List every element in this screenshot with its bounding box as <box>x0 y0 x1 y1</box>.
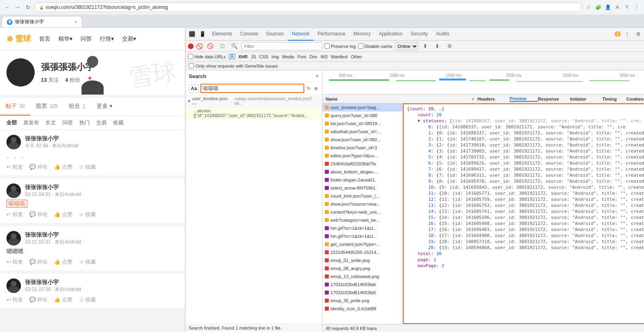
tab-application[interactable]: Application <box>375 28 407 41</box>
reload-button[interactable]: ↻ <box>24 3 32 11</box>
expand-icon[interactable]: ▾ <box>188 99 190 104</box>
menu-icon[interactable]: ⋮ <box>633 3 641 11</box>
req-list-item[interactable]: query.json?user_id=380 <box>322 111 402 120</box>
req-list-item[interactable]: emoji_08_angry.png <box>322 264 402 272</box>
inspect-element-button[interactable]: ⬛ <box>187 29 197 39</box>
like-action[interactable]: 👍 点赞 <box>54 211 72 218</box>
other-filter[interactable]: Other <box>351 54 362 59</box>
tab-performance[interactable]: Performance <box>314 28 349 41</box>
req-list-item[interactable]: select_arrow-8f4759b1. <box>322 184 402 192</box>
response-col[interactable]: Response <box>538 97 570 101</box>
network-filter-input[interactable] <box>242 42 322 50</box>
disable-cache-checkbox[interactable]: Disable cache <box>358 43 392 49</box>
tab-stocks[interactable]: 股票 105 <box>30 98 63 115</box>
headers-col[interactable]: Headers <box>477 97 510 101</box>
req-list-item[interactable]: identity_icon_6-b1dd98 <box>322 305 402 313</box>
user-avatar-icon[interactable]: Y <box>623 3 631 11</box>
profile-icon[interactable]: 👤 <box>604 3 612 11</box>
address-bar[interactable]: 🔒 xueqiu.com/u/3801921172?tdsourcetag=s_… <box>35 2 582 12</box>
tab-close-button[interactable]: × <box>74 20 77 24</box>
req-list-item[interactable]: timeline.json?user_id=3 <box>322 144 402 152</box>
nav-featured[interactable]: 精华▾ <box>58 35 72 43</box>
search-refresh-button[interactable]: ↻ <box>306 85 312 92</box>
img-filter[interactable]: Img <box>272 54 279 59</box>
tab-posts[interactable]: 帖子 30 <box>0 98 30 115</box>
req-list-item[interactable]: emoji_30_pride.png <box>322 297 402 305</box>
devtools-settings-button[interactable]: ⚙ <box>634 29 643 39</box>
req-list-item[interactable]: hm.gif?cc=1&ck=1&cl... <box>322 224 402 232</box>
xhr-filter[interactable]: XHR <box>238 54 248 59</box>
throttle-select[interactable]: Online <box>395 42 418 50</box>
font-filter[interactable]: Font <box>297 54 306 59</box>
export-button[interactable]: ⬇ <box>433 41 442 51</box>
repost-action[interactable]: ↩ 转发 <box>6 258 23 266</box>
comment-action[interactable]: 💬 评论 <box>29 163 48 171</box>
repost-action[interactable]: ↩ 转发 <box>6 296 23 303</box>
tab-console[interactable]: Console <box>236 28 262 41</box>
nav-qa[interactable]: 问答 <box>80 35 92 43</box>
subtab-collect[interactable]: 收藏 <box>113 116 124 130</box>
req-list-item[interactable]: emoji_13_coldsweat.png <box>322 272 402 280</box>
close-detail-button[interactable]: × <box>405 97 477 101</box>
timing-col[interactable]: Timing <box>602 97 626 101</box>
device-toggle-button[interactable]: 📱 <box>198 29 207 39</box>
req-list-item[interactable]: about_bottom_slogan-... <box>322 168 402 176</box>
req-list-item[interactable]: list.json?user_id=38019... <box>322 120 402 128</box>
comment-action[interactable]: 💬 评论 <box>29 211 48 218</box>
clear-button[interactable]: 🚫 <box>205 41 215 51</box>
nav-trade[interactable]: 交易▾ <box>122 35 136 43</box>
search-clear-button[interactable]: ⊗ <box>313 85 319 92</box>
tab-audits[interactable]: Audits <box>432 28 453 41</box>
collect-action[interactable]: ☆ 收藏 <box>79 211 96 218</box>
req-list-item[interactable]: user_timeline.json?pag... <box>322 103 402 111</box>
req-list-item[interactable]: emoji_01_smile.png <box>322 256 402 264</box>
like-action[interactable]: 👍 点赞 <box>54 296 72 303</box>
tab-security[interactable]: Security <box>407 28 432 41</box>
cookies-col[interactable]: Cookies <box>626 97 644 101</box>
subtab-hot[interactable]: 热门 <box>79 116 90 130</box>
like-action[interactable]: 👍 点赞 <box>54 163 72 171</box>
settings-icon[interactable]: ⚙ <box>445 41 454 51</box>
adobe-icon[interactable]: A <box>613 3 621 11</box>
extension-icon[interactable]: 🧩 <box>594 3 602 11</box>
tab-more[interactable]: 更多 ▾ <box>91 98 118 115</box>
like-action[interactable]: 👍 点赞 <box>54 258 72 266</box>
search-result-item[interactable]: ...atuses:[{"id":141888337,"user_id":380… <box>186 107 322 119</box>
req-list-item[interactable]: content?keys=web_uns... <box>322 208 402 216</box>
tab-network[interactable]: Network <box>288 28 314 41</box>
hide-data-urls-checkbox[interactable]: Hide data URLs <box>188 54 226 59</box>
req-list-item[interactable]: 1521454495255-15214... <box>322 248 402 256</box>
nav-home[interactable]: 首页 <box>39 35 50 43</box>
req-list-item[interactable]: web?category=web_be... <box>322 216 402 224</box>
ws-filter[interactable]: WS <box>320 54 328 59</box>
doc-filter[interactable]: Doc <box>310 54 318 59</box>
comment-action[interactable]: 💬 评论 <box>29 258 48 266</box>
js-filter[interactable]: JS <box>251 54 256 59</box>
tab-memory[interactable]: Memory <box>349 28 375 41</box>
import-button[interactable]: ⬆ <box>421 41 430 51</box>
req-list-item[interactable]: editor.json?type=0&co... <box>322 152 402 160</box>
css-filter[interactable]: CSS <box>259 54 268 59</box>
req-list-item[interactable]: 17032c02bd614693fa6. <box>322 280 402 289</box>
preview-col[interactable]: Preview <box>510 96 538 102</box>
collect-action[interactable]: ☆ 收藏 <box>79 163 96 171</box>
subtab-article[interactable]: 长文 <box>45 116 56 130</box>
comment-action[interactable]: 💬 评论 <box>29 296 48 303</box>
devtools-overflow-button[interactable]: ⋮ <box>622 29 632 39</box>
bookmark-icon[interactable]: ☆ <box>584 3 592 11</box>
req-list-item[interactable]: valuehair.json?user_id=... <box>322 128 402 136</box>
record-button[interactable] <box>188 43 194 49</box>
search-aa-button[interactable]: Aa <box>189 85 199 93</box>
collect-action[interactable]: ☆ 收藏 <box>79 258 96 266</box>
req-list-item[interactable]: show.json?source=sina... <box>322 200 402 208</box>
tab-elements[interactable]: Elements <box>208 28 236 41</box>
nav-market[interactable]: 行情▾ <box>100 35 114 43</box>
browser-tab[interactable]: 雪 张张张张小宇 × <box>2 16 82 27</box>
stop-button[interactable]: 🚫 <box>196 43 203 49</box>
search-close-button[interactable]: × <box>316 73 319 79</box>
back-button[interactable]: ← <box>3 3 11 11</box>
req-list-item[interactable]: 15d6416af62203fdd7fe. <box>322 160 402 168</box>
media-filter[interactable]: Media <box>282 54 294 59</box>
repost-action[interactable]: ↩ 转发 <box>6 163 23 171</box>
forward-button[interactable]: → <box>14 3 22 11</box>
